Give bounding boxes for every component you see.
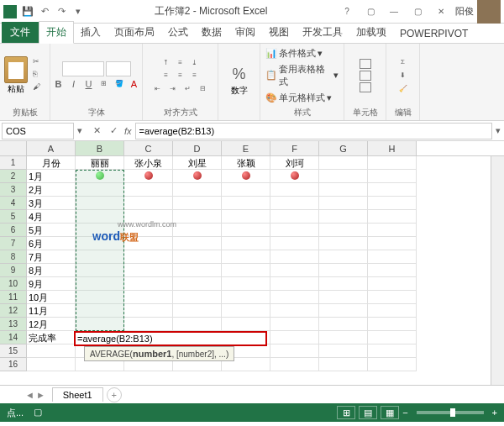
cell[interactable] <box>27 344 76 358</box>
cell[interactable]: 11月 <box>27 304 76 318</box>
tab-insert[interactable]: 插入 <box>74 22 108 43</box>
cell[interactable] <box>222 224 270 237</box>
tab-layout[interactable]: 页面布局 <box>108 22 161 43</box>
ribbon-options-icon[interactable]: ▢ <box>360 4 381 19</box>
cell[interactable] <box>319 250 368 264</box>
cell[interactable] <box>124 197 173 210</box>
cell[interactable] <box>368 197 417 210</box>
cell[interactable] <box>270 224 319 237</box>
tab-view[interactable]: 视图 <box>262 22 296 43</box>
cell[interactable] <box>319 358 368 371</box>
format-painter-icon[interactable]: 🖌 <box>33 82 46 94</box>
decrease-indent-button[interactable]: ⇤ <box>151 82 165 94</box>
row-header[interactable]: 1 <box>0 156 27 170</box>
row-header[interactable]: 4 <box>0 197 27 210</box>
cell[interactable]: 张小泉 <box>124 156 173 170</box>
name-box[interactable]: COS <box>2 123 74 139</box>
cell[interactable] <box>124 264 173 277</box>
cell[interactable]: 8月 <box>27 264 76 277</box>
cell[interactable] <box>319 210 368 224</box>
status-macro-icon[interactable]: ▢ <box>34 407 42 419</box>
col-header-e[interactable]: E <box>222 141 270 155</box>
merge-button[interactable]: ⊟ <box>197 82 210 94</box>
cell[interactable] <box>124 237 173 250</box>
table-format-button[interactable]: 📋套用表格格式▾ <box>265 62 339 89</box>
increase-indent-button[interactable]: ⇥ <box>166 82 180 94</box>
cell[interactable] <box>173 170 222 183</box>
cell[interactable] <box>124 170 173 183</box>
cell[interactable] <box>319 197 368 210</box>
qat-dropdown-icon[interactable]: ▾ <box>71 4 86 19</box>
close-icon[interactable]: ✕ <box>430 4 452 19</box>
cell[interactable] <box>270 237 319 250</box>
col-header-h[interactable]: H <box>368 141 417 155</box>
cell[interactable] <box>319 156 368 170</box>
paste-icon[interactable] <box>4 56 28 83</box>
cell[interactable] <box>368 277 417 291</box>
active-cell-editor[interactable]: =average(B2:B13) <box>74 331 267 346</box>
cell[interactable] <box>76 170 124 183</box>
col-header-a[interactable]: A <box>27 141 76 155</box>
cell[interactable] <box>270 304 319 318</box>
fx-icon[interactable]: fx <box>124 126 132 136</box>
cell[interactable] <box>270 277 319 291</box>
cell[interactable] <box>173 224 222 237</box>
cell[interactable] <box>76 210 124 224</box>
cell[interactable] <box>368 183 417 197</box>
cell[interactable] <box>124 304 173 318</box>
cell[interactable] <box>222 304 270 318</box>
cell[interactable]: 张颖 <box>222 156 270 170</box>
view-normal-icon[interactable]: ⊞ <box>337 406 355 419</box>
row-header[interactable]: 9 <box>0 264 27 277</box>
tab-formulas[interactable]: 公式 <box>161 22 195 43</box>
cell[interactable] <box>76 224 124 237</box>
row-header[interactable]: 13 <box>0 318 27 331</box>
tab-data[interactable]: 数据 <box>195 22 228 43</box>
view-layout-icon[interactable]: ▤ <box>359 406 377 419</box>
cell[interactable] <box>319 291 368 304</box>
cell[interactable] <box>173 250 222 264</box>
help-icon[interactable]: ? <box>336 4 358 19</box>
zoom-in-icon[interactable]: + <box>492 408 497 418</box>
cell[interactable] <box>76 183 124 197</box>
cell[interactable] <box>270 291 319 304</box>
italic-button[interactable]: I <box>67 78 81 90</box>
namebox-dropdown-icon[interactable]: ▾ <box>74 125 86 136</box>
cell-styles-button[interactable]: 🎨单元格样式▾ <box>265 91 332 105</box>
cell[interactable] <box>222 291 270 304</box>
cell[interactable] <box>222 277 270 291</box>
cell[interactable] <box>319 183 368 197</box>
tab-dev[interactable]: 开发工具 <box>296 22 349 43</box>
cell[interactable]: 刘珂 <box>270 156 319 170</box>
cell[interactable] <box>173 291 222 304</box>
user-avatar[interactable] <box>477 0 501 24</box>
cell[interactable] <box>222 237 270 250</box>
tab-file[interactable]: 文件 <box>2 22 39 43</box>
cell[interactable] <box>270 183 319 197</box>
cell[interactable] <box>270 358 319 371</box>
cell[interactable]: 9月 <box>27 277 76 291</box>
align-right-button[interactable]: ≡ <box>188 69 202 81</box>
cell[interactable]: 丽丽 <box>76 156 124 170</box>
cut-icon[interactable]: ✂ <box>33 57 46 69</box>
cell[interactable]: 7月 <box>27 250 76 264</box>
cell[interactable] <box>124 210 173 224</box>
clear-button[interactable]: 🧹 <box>396 83 410 95</box>
cell[interactable] <box>319 277 368 291</box>
cell[interactable] <box>270 331 319 344</box>
cell[interactable] <box>319 331 368 344</box>
cell[interactable]: 10月 <box>27 291 76 304</box>
cell[interactable] <box>368 264 417 277</box>
cell[interactable] <box>76 250 124 264</box>
col-header-b[interactable]: B <box>76 141 124 155</box>
cell[interactable] <box>222 250 270 264</box>
align-middle-button[interactable]: ≡ <box>174 56 187 68</box>
cell[interactable] <box>124 250 173 264</box>
maximize-icon[interactable]: ▢ <box>407 4 428 19</box>
row-header[interactable]: 2 <box>0 170 27 183</box>
row-header[interactable]: 10 <box>0 277 27 291</box>
cell[interactable] <box>222 318 270 331</box>
sheet-tab-1[interactable]: Sheet1 <box>52 387 103 402</box>
conditional-format-button[interactable]: 📊条件格式▾ <box>265 46 323 60</box>
cell[interactable] <box>173 264 222 277</box>
